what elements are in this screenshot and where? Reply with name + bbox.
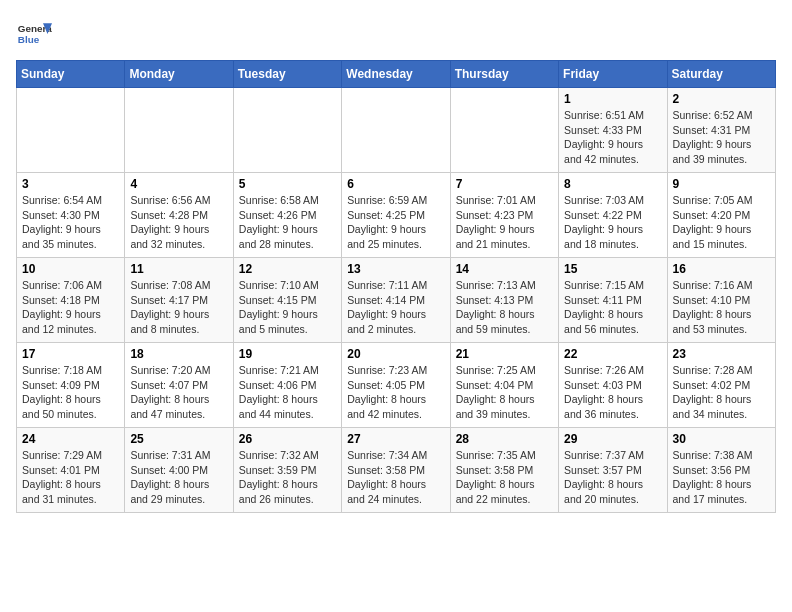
day-info: Sunrise: 7:23 AM Sunset: 4:05 PM Dayligh…: [347, 363, 444, 422]
day-number: 1: [564, 92, 661, 106]
day-number: 9: [673, 177, 770, 191]
day-number: 18: [130, 347, 227, 361]
calendar-cell: 22Sunrise: 7:26 AM Sunset: 4:03 PM Dayli…: [559, 343, 667, 428]
day-info: Sunrise: 6:54 AM Sunset: 4:30 PM Dayligh…: [22, 193, 119, 252]
calendar: SundayMondayTuesdayWednesdayThursdayFrid…: [16, 60, 776, 513]
weekday-header-sunday: Sunday: [17, 61, 125, 88]
day-number: 27: [347, 432, 444, 446]
calendar-cell: [450, 88, 558, 173]
day-info: Sunrise: 7:16 AM Sunset: 4:10 PM Dayligh…: [673, 278, 770, 337]
calendar-cell: 20Sunrise: 7:23 AM Sunset: 4:05 PM Dayli…: [342, 343, 450, 428]
day-number: 20: [347, 347, 444, 361]
calendar-cell: [233, 88, 341, 173]
day-number: 7: [456, 177, 553, 191]
calendar-cell: 21Sunrise: 7:25 AM Sunset: 4:04 PM Dayli…: [450, 343, 558, 428]
day-number: 28: [456, 432, 553, 446]
day-info: Sunrise: 7:05 AM Sunset: 4:20 PM Dayligh…: [673, 193, 770, 252]
weekday-header-thursday: Thursday: [450, 61, 558, 88]
day-number: 26: [239, 432, 336, 446]
calendar-cell: [342, 88, 450, 173]
header: General Blue: [16, 16, 776, 52]
day-number: 29: [564, 432, 661, 446]
calendar-cell: 29Sunrise: 7:37 AM Sunset: 3:57 PM Dayli…: [559, 428, 667, 513]
calendar-cell: 14Sunrise: 7:13 AM Sunset: 4:13 PM Dayli…: [450, 258, 558, 343]
calendar-cell: 15Sunrise: 7:15 AM Sunset: 4:11 PM Dayli…: [559, 258, 667, 343]
day-number: 19: [239, 347, 336, 361]
weekday-header-friday: Friday: [559, 61, 667, 88]
day-number: 12: [239, 262, 336, 276]
calendar-cell: 7Sunrise: 7:01 AM Sunset: 4:23 PM Daylig…: [450, 173, 558, 258]
calendar-cell: 1Sunrise: 6:51 AM Sunset: 4:33 PM Daylig…: [559, 88, 667, 173]
calendar-cell: [17, 88, 125, 173]
weekday-header-monday: Monday: [125, 61, 233, 88]
day-number: 21: [456, 347, 553, 361]
day-number: 25: [130, 432, 227, 446]
day-info: Sunrise: 7:08 AM Sunset: 4:17 PM Dayligh…: [130, 278, 227, 337]
day-info: Sunrise: 6:56 AM Sunset: 4:28 PM Dayligh…: [130, 193, 227, 252]
day-number: 22: [564, 347, 661, 361]
day-info: Sunrise: 7:28 AM Sunset: 4:02 PM Dayligh…: [673, 363, 770, 422]
calendar-cell: 11Sunrise: 7:08 AM Sunset: 4:17 PM Dayli…: [125, 258, 233, 343]
day-number: 11: [130, 262, 227, 276]
day-info: Sunrise: 7:20 AM Sunset: 4:07 PM Dayligh…: [130, 363, 227, 422]
day-info: Sunrise: 7:03 AM Sunset: 4:22 PM Dayligh…: [564, 193, 661, 252]
day-number: 24: [22, 432, 119, 446]
calendar-cell: 24Sunrise: 7:29 AM Sunset: 4:01 PM Dayli…: [17, 428, 125, 513]
day-info: Sunrise: 7:21 AM Sunset: 4:06 PM Dayligh…: [239, 363, 336, 422]
day-info: Sunrise: 7:34 AM Sunset: 3:58 PM Dayligh…: [347, 448, 444, 507]
calendar-cell: 23Sunrise: 7:28 AM Sunset: 4:02 PM Dayli…: [667, 343, 775, 428]
logo-icon: General Blue: [16, 16, 52, 52]
calendar-cell: 3Sunrise: 6:54 AM Sunset: 4:30 PM Daylig…: [17, 173, 125, 258]
day-number: 5: [239, 177, 336, 191]
day-info: Sunrise: 7:01 AM Sunset: 4:23 PM Dayligh…: [456, 193, 553, 252]
day-number: 15: [564, 262, 661, 276]
calendar-cell: 6Sunrise: 6:59 AM Sunset: 4:25 PM Daylig…: [342, 173, 450, 258]
calendar-cell: 12Sunrise: 7:10 AM Sunset: 4:15 PM Dayli…: [233, 258, 341, 343]
calendar-header: SundayMondayTuesdayWednesdayThursdayFrid…: [17, 61, 776, 88]
calendar-cell: 18Sunrise: 7:20 AM Sunset: 4:07 PM Dayli…: [125, 343, 233, 428]
calendar-cell: 17Sunrise: 7:18 AM Sunset: 4:09 PM Dayli…: [17, 343, 125, 428]
day-info: Sunrise: 7:10 AM Sunset: 4:15 PM Dayligh…: [239, 278, 336, 337]
day-info: Sunrise: 6:59 AM Sunset: 4:25 PM Dayligh…: [347, 193, 444, 252]
calendar-cell: 25Sunrise: 7:31 AM Sunset: 4:00 PM Dayli…: [125, 428, 233, 513]
calendar-cell: 27Sunrise: 7:34 AM Sunset: 3:58 PM Dayli…: [342, 428, 450, 513]
day-info: Sunrise: 7:18 AM Sunset: 4:09 PM Dayligh…: [22, 363, 119, 422]
day-number: 14: [456, 262, 553, 276]
calendar-cell: 26Sunrise: 7:32 AM Sunset: 3:59 PM Dayli…: [233, 428, 341, 513]
calendar-cell: [125, 88, 233, 173]
day-number: 8: [564, 177, 661, 191]
day-number: 2: [673, 92, 770, 106]
day-number: 6: [347, 177, 444, 191]
logo: General Blue: [16, 16, 52, 52]
day-info: Sunrise: 7:32 AM Sunset: 3:59 PM Dayligh…: [239, 448, 336, 507]
day-info: Sunrise: 6:51 AM Sunset: 4:33 PM Dayligh…: [564, 108, 661, 167]
calendar-cell: 13Sunrise: 7:11 AM Sunset: 4:14 PM Dayli…: [342, 258, 450, 343]
calendar-cell: 19Sunrise: 7:21 AM Sunset: 4:06 PM Dayli…: [233, 343, 341, 428]
day-number: 17: [22, 347, 119, 361]
weekday-header-tuesday: Tuesday: [233, 61, 341, 88]
day-info: Sunrise: 7:06 AM Sunset: 4:18 PM Dayligh…: [22, 278, 119, 337]
calendar-cell: 28Sunrise: 7:35 AM Sunset: 3:58 PM Dayli…: [450, 428, 558, 513]
calendar-cell: 2Sunrise: 6:52 AM Sunset: 4:31 PM Daylig…: [667, 88, 775, 173]
day-info: Sunrise: 7:38 AM Sunset: 3:56 PM Dayligh…: [673, 448, 770, 507]
calendar-cell: 8Sunrise: 7:03 AM Sunset: 4:22 PM Daylig…: [559, 173, 667, 258]
day-info: Sunrise: 7:25 AM Sunset: 4:04 PM Dayligh…: [456, 363, 553, 422]
weekday-header-saturday: Saturday: [667, 61, 775, 88]
day-info: Sunrise: 6:58 AM Sunset: 4:26 PM Dayligh…: [239, 193, 336, 252]
day-number: 13: [347, 262, 444, 276]
calendar-cell: 30Sunrise: 7:38 AM Sunset: 3:56 PM Dayli…: [667, 428, 775, 513]
day-info: Sunrise: 7:29 AM Sunset: 4:01 PM Dayligh…: [22, 448, 119, 507]
day-number: 4: [130, 177, 227, 191]
day-info: Sunrise: 7:11 AM Sunset: 4:14 PM Dayligh…: [347, 278, 444, 337]
weekday-header-wednesday: Wednesday: [342, 61, 450, 88]
day-info: Sunrise: 7:26 AM Sunset: 4:03 PM Dayligh…: [564, 363, 661, 422]
day-info: Sunrise: 6:52 AM Sunset: 4:31 PM Dayligh…: [673, 108, 770, 167]
calendar-cell: 9Sunrise: 7:05 AM Sunset: 4:20 PM Daylig…: [667, 173, 775, 258]
svg-text:Blue: Blue: [18, 34, 40, 45]
day-number: 23: [673, 347, 770, 361]
day-info: Sunrise: 7:13 AM Sunset: 4:13 PM Dayligh…: [456, 278, 553, 337]
calendar-cell: 10Sunrise: 7:06 AM Sunset: 4:18 PM Dayli…: [17, 258, 125, 343]
day-info: Sunrise: 7:15 AM Sunset: 4:11 PM Dayligh…: [564, 278, 661, 337]
day-info: Sunrise: 7:35 AM Sunset: 3:58 PM Dayligh…: [456, 448, 553, 507]
day-info: Sunrise: 7:37 AM Sunset: 3:57 PM Dayligh…: [564, 448, 661, 507]
